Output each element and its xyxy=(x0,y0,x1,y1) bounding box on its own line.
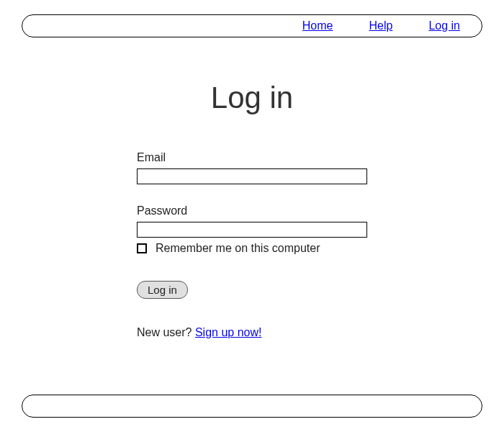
signup-prompt: New user? xyxy=(137,326,195,338)
password-input[interactable] xyxy=(137,222,367,238)
login-form: Log in Email Password Remember me on thi… xyxy=(137,81,367,339)
signup-row: New user? Sign up now! xyxy=(137,326,367,339)
remember-label: Remember me on this computer xyxy=(156,242,320,255)
remember-checkbox[interactable] xyxy=(137,243,147,253)
login-button[interactable]: Log in xyxy=(137,281,188,299)
footer-bar xyxy=(22,395,482,418)
nav-home-link[interactable]: Home xyxy=(302,19,333,32)
signup-link[interactable]: Sign up now! xyxy=(195,326,262,338)
password-field-group: Password Remember me on this computer xyxy=(137,204,367,255)
header-nav: Home Help Log in xyxy=(302,19,460,32)
nav-help-link[interactable]: Help xyxy=(369,19,393,32)
email-label: Email xyxy=(137,151,367,164)
page-title: Log in xyxy=(137,81,367,115)
email-input[interactable] xyxy=(137,168,367,184)
email-field-group: Email xyxy=(137,151,367,184)
header-bar: Home Help Log in xyxy=(22,14,482,37)
remember-row: Remember me on this computer xyxy=(137,242,367,255)
password-label: Password xyxy=(137,204,367,217)
nav-login-link[interactable]: Log in xyxy=(428,19,460,32)
